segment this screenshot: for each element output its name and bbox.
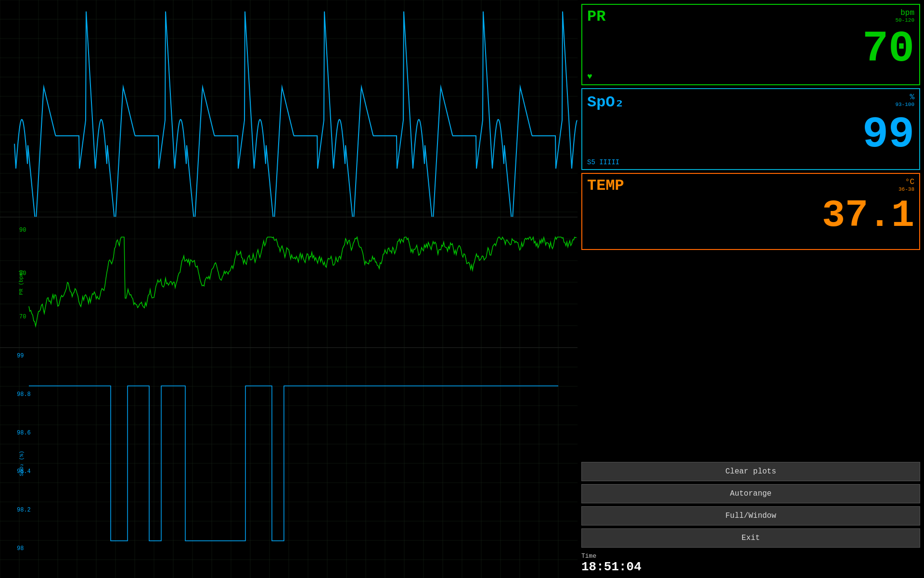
pr-label: PR — [587, 8, 605, 26]
pr-value: 70 — [587, 27, 914, 71]
time-area: Time 18:51:04 — [581, 552, 920, 574]
spo2-label: SpO₂ — [587, 93, 624, 111]
pr-y-axis-label: PR (bpm) — [18, 270, 24, 295]
pr-chart: PR (bpm) — [0, 217, 578, 348]
time-label: Time — [581, 552, 596, 560]
temp-vital-box: TEMP °C 36-38 37.1 — [581, 173, 920, 250]
pr-vital-box: PR bpm 50-120 70 ♥ — [581, 4, 920, 85]
spo2-y-axis-label: SpO₂ (%) — [18, 451, 25, 476]
spo2-value: 99 — [587, 113, 914, 157]
autorange-button[interactable]: Autorange — [581, 484, 920, 503]
buttons-area: Clear plots Autorange Full/Window Exit T… — [581, 462, 920, 574]
waveform-chart — [0, 0, 578, 217]
spo2-unit: % 93-100 — [895, 93, 914, 107]
right-panel: PR bpm 50-120 70 ♥ SpO₂ % 93-100 99 S5 I… — [578, 0, 924, 578]
spo2-chart: SpO₂ (%) — [0, 348, 578, 578]
temp-unit: °C 36-38 — [898, 178, 914, 192]
main-layout: PR (bpm) SpO₂ (%) PR bpm 50-120 70 ♥ SpO… — [0, 0, 924, 578]
clear-plots-button[interactable]: Clear plots — [581, 462, 920, 481]
temp-value: 37.1 — [587, 197, 914, 235]
time-value: 18:51:04 — [581, 560, 920, 574]
charts-area: PR (bpm) SpO₂ (%) — [0, 0, 578, 578]
pr-unit: bpm 50-120 — [895, 9, 914, 23]
full-window-button[interactable]: Full/Window — [581, 506, 920, 525]
temp-label: TEMP — [587, 177, 624, 195]
exit-button[interactable]: Exit — [581, 528, 920, 548]
heart-icon: ♥ — [587, 72, 592, 81]
spo2-extra: S5 IIIII — [587, 158, 914, 166]
spo2-vital-box: SpO₂ % 93-100 99 S5 IIIII — [581, 88, 920, 170]
